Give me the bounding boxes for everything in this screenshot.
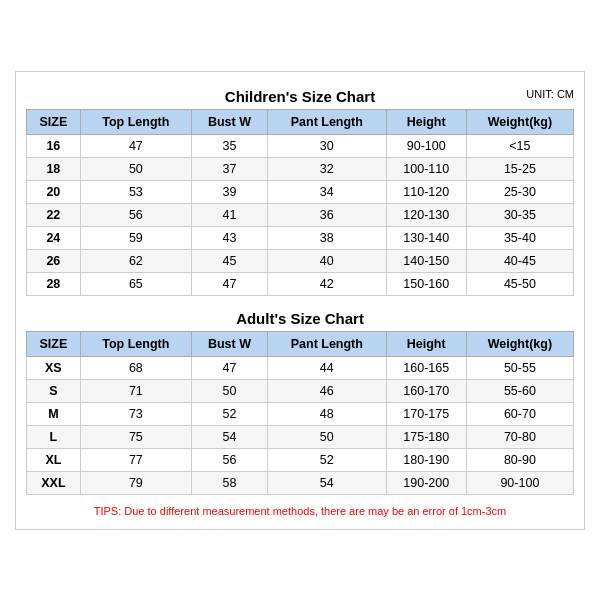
col-header-height: Height: [386, 109, 466, 134]
table-cell: 44: [267, 356, 386, 379]
adult-section: Adult's Size Chart SIZE Top Length Bust …: [26, 304, 574, 495]
table-cell: 140-150: [386, 249, 466, 272]
table-cell: 26: [27, 249, 81, 272]
adult-table-header-row: SIZE Top Length Bust W Pant Length Heigh…: [27, 331, 574, 356]
col-header-pant-length: Pant Length: [267, 109, 386, 134]
adult-col-header-bust-w: Bust W: [191, 331, 267, 356]
table-cell: 68: [80, 356, 191, 379]
table-cell: 150-160: [386, 272, 466, 295]
table-cell: 170-175: [386, 402, 466, 425]
table-cell: 47: [191, 272, 267, 295]
table-row: XXL795854190-20090-100: [27, 471, 574, 494]
table-cell: 32: [267, 157, 386, 180]
table-cell: 41: [191, 203, 267, 226]
table-cell: 90-100: [466, 471, 573, 494]
table-cell: 50-55: [466, 356, 573, 379]
table-cell: 77: [80, 448, 191, 471]
table-cell: 65: [80, 272, 191, 295]
table-cell: 71: [80, 379, 191, 402]
table-row: 24594338130-14035-40: [27, 226, 574, 249]
adult-col-header-size: SIZE: [27, 331, 81, 356]
table-cell: 55-60: [466, 379, 573, 402]
table-cell: 47: [191, 356, 267, 379]
table-cell: 50: [267, 425, 386, 448]
table-cell: L: [27, 425, 81, 448]
col-header-size: SIZE: [27, 109, 81, 134]
table-row: 28654742150-16045-50: [27, 272, 574, 295]
table-cell: 25-30: [466, 180, 573, 203]
table-row: L755450175-18070-80: [27, 425, 574, 448]
table-cell: 50: [191, 379, 267, 402]
table-cell: 16: [27, 134, 81, 157]
table-cell: 58: [191, 471, 267, 494]
table-cell: 75: [80, 425, 191, 448]
table-row: S715046160-17055-60: [27, 379, 574, 402]
table-cell: 40: [267, 249, 386, 272]
table-cell: 130-140: [386, 226, 466, 249]
table-cell: S: [27, 379, 81, 402]
table-cell: 34: [267, 180, 386, 203]
adult-size-table: SIZE Top Length Bust W Pant Length Heigh…: [26, 331, 574, 495]
table-cell: 18: [27, 157, 81, 180]
table-cell: 22: [27, 203, 81, 226]
table-cell: 38: [267, 226, 386, 249]
table-cell: 40-45: [466, 249, 573, 272]
table-cell: 190-200: [386, 471, 466, 494]
table-cell: 175-180: [386, 425, 466, 448]
table-cell: 52: [191, 402, 267, 425]
table-cell: 180-190: [386, 448, 466, 471]
table-cell: 35-40: [466, 226, 573, 249]
table-row: 22564136120-13030-35: [27, 203, 574, 226]
table-cell: 59: [80, 226, 191, 249]
table-cell: 62: [80, 249, 191, 272]
table-cell: 73: [80, 402, 191, 425]
table-row: 20533934110-12025-30: [27, 180, 574, 203]
adult-col-header-top-length: Top Length: [80, 331, 191, 356]
table-cell: XXL: [27, 471, 81, 494]
table-cell: 56: [191, 448, 267, 471]
table-cell: 15-25: [466, 157, 573, 180]
table-row: M735248170-17560-70: [27, 402, 574, 425]
table-cell: 24: [27, 226, 81, 249]
adult-col-header-height: Height: [386, 331, 466, 356]
table-cell: 50: [80, 157, 191, 180]
adult-col-header-weight: Weight(kg): [466, 331, 573, 356]
table-cell: 60-70: [466, 402, 573, 425]
table-cell: 54: [191, 425, 267, 448]
table-row: XL775652180-19080-90: [27, 448, 574, 471]
col-header-top-length: Top Length: [80, 109, 191, 134]
table-cell: 160-165: [386, 356, 466, 379]
table-cell: M: [27, 402, 81, 425]
table-cell: 47: [80, 134, 191, 157]
table-cell: 110-120: [386, 180, 466, 203]
table-cell: 45: [191, 249, 267, 272]
table-cell: 52: [267, 448, 386, 471]
table-cell: 56: [80, 203, 191, 226]
adult-section-title: Adult's Size Chart: [26, 304, 574, 331]
table-cell: 30: [267, 134, 386, 157]
table-row: 1647353090-100<15: [27, 134, 574, 157]
adult-col-header-pant-length: Pant Length: [267, 331, 386, 356]
table-cell: 120-130: [386, 203, 466, 226]
table-cell: 90-100: [386, 134, 466, 157]
table-cell: 30-35: [466, 203, 573, 226]
children-table-header-row: SIZE Top Length Bust W Pant Length Heigh…: [27, 109, 574, 134]
table-cell: 80-90: [466, 448, 573, 471]
table-cell: 43: [191, 226, 267, 249]
table-cell: 70-80: [466, 425, 573, 448]
table-cell: 53: [80, 180, 191, 203]
table-cell: 35: [191, 134, 267, 157]
table-cell: 45-50: [466, 272, 573, 295]
adult-title-text: Adult's Size Chart: [236, 310, 364, 327]
col-header-weight: Weight(kg): [466, 109, 573, 134]
table-row: XS684744160-16550-55: [27, 356, 574, 379]
table-cell: 54: [267, 471, 386, 494]
table-cell: 160-170: [386, 379, 466, 402]
size-chart-container: Children's Size Chart UNIT: CM SIZE Top …: [15, 71, 585, 530]
table-cell: XL: [27, 448, 81, 471]
table-cell: 37: [191, 157, 267, 180]
table-cell: 48: [267, 402, 386, 425]
table-row: 26624540140-15040-45: [27, 249, 574, 272]
table-cell: 28: [27, 272, 81, 295]
table-cell: 79: [80, 471, 191, 494]
